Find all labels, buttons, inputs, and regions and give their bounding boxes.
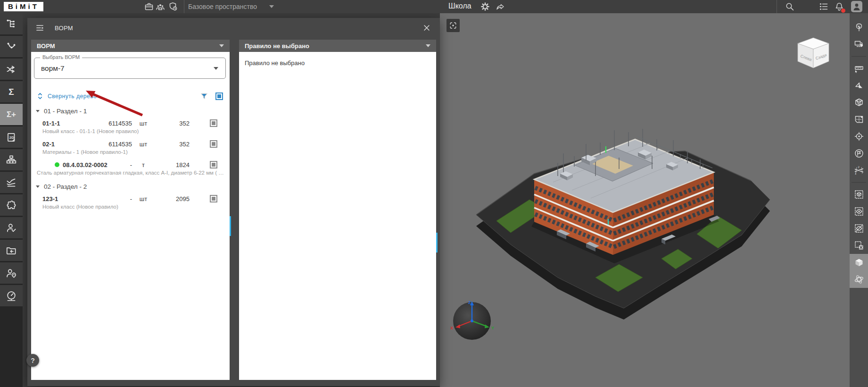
clear-selection-icon[interactable] — [850, 237, 868, 254]
collapse-tree-link[interactable]: Свернуть дерево — [48, 93, 97, 100]
row-subtitle: Новый класс - 01-1-1 (Новое правило) — [31, 127, 230, 134]
panel-resize-handle[interactable] — [230, 216, 231, 236]
workspace-selector[interactable]: Базовое пространство — [188, 0, 274, 13]
gizmo-x-label: X — [450, 326, 453, 330]
vorm-section-header[interactable]: ВОРМ — [31, 40, 230, 52]
vorm-select-label: Выбрать ВОРМ — [40, 54, 82, 60]
gizmo-z-label: Z — [468, 300, 471, 305]
row-subtitle: Материалы - 1 (Новое правило-1) — [31, 148, 230, 155]
vorm-dialog: ВОРМ ВОРМ Выбрать ВОРМ ворм-7 — [27, 18, 440, 386]
tree-caret-icon — [36, 185, 40, 188]
row-unit: т — [132, 161, 155, 168]
projects-briefcase-icon[interactable] — [144, 1, 154, 12]
row-checkbox[interactable] — [210, 161, 217, 168]
row-value: 6114535 — [105, 141, 132, 148]
row-code: 123-1 — [42, 195, 105, 202]
rule-panel-body: Правило не выбрано — [239, 52, 436, 380]
sidebar-item-folder-transfer[interactable] — [0, 240, 23, 261]
sidebar-item-dashboard[interactable] — [0, 285, 23, 306]
orbit-icon[interactable] — [850, 271, 868, 288]
rule-empty-text: Правило не выбрано — [239, 52, 436, 74]
ruler-icon[interactable] — [850, 60, 868, 77]
vorm-select[interactable]: Выбрать ВОРМ ворм-7 — [34, 58, 226, 79]
unfold-icon — [37, 92, 43, 100]
filter-icon[interactable] — [200, 93, 208, 100]
close-icon[interactable] — [421, 22, 432, 34]
sidebar-item-dependencies[interactable] — [0, 36, 23, 57]
sidebar-item-org-chart[interactable] — [0, 149, 23, 170]
notifications-bell-icon[interactable] — [834, 1, 844, 12]
sidebar-item-user-approve[interactable] — [0, 217, 23, 238]
sum-glyph: Σ — [8, 87, 14, 96]
section-box-icon[interactable] — [850, 94, 868, 111]
view-cube[interactable]: Слева Сзади — [792, 34, 835, 74]
row-checkbox[interactable] — [210, 119, 217, 127]
right-tool-rail: 12 — [850, 13, 868, 387]
sidebar-item-sum-plus-active[interactable]: Σ+ — [0, 104, 23, 125]
nature-tree-icon[interactable] — [850, 19, 868, 36]
search-icon[interactable] — [785, 1, 795, 12]
sidebar-item-shuffle[interactable] — [0, 59, 23, 80]
navigation-gizmo[interactable]: Z X Y — [448, 296, 496, 344]
sidebar-item-user-location[interactable] — [0, 262, 23, 284]
team-icon[interactable] — [155, 1, 165, 12]
tree-caret-icon — [36, 110, 40, 112]
sidebar-item-sum[interactable]: Σ — [0, 81, 23, 102]
settings-gear-icon[interactable] — [480, 1, 490, 12]
sidebar-item-plugins[interactable] — [0, 194, 23, 216]
locate-target-icon[interactable] — [850, 128, 868, 145]
row-checkbox[interactable] — [210, 195, 217, 202]
tree-section-header[interactable]: 02 - Раздел - 2 — [31, 183, 230, 190]
chevron-down-icon — [426, 44, 430, 47]
row-count: 352 — [155, 141, 190, 148]
show-eye-icon[interactable] — [850, 203, 868, 220]
tree-section-header[interactable]: 01 - Раздел - 1 — [31, 108, 230, 115]
tree-row[interactable]: 08.4.03.02-0002 - т 1824 — [31, 161, 230, 168]
tree-row[interactable]: 01-1-1 6114535 шт 352 — [31, 119, 230, 127]
vorm-panel-body: Выбрать ВОРМ ворм-7 Свернуть дерево — [31, 52, 230, 380]
help-button[interactable]: ? — [26, 354, 39, 367]
row-value: - — [105, 161, 132, 168]
topbar-divider — [184, 0, 184, 13]
row-value: - — [105, 195, 132, 202]
sidebar-item-trends[interactable] — [0, 172, 23, 193]
vorm-select-value: ворм-7 — [34, 64, 65, 73]
shaded-cube-icon[interactable] — [850, 254, 868, 271]
chevron-down-icon — [214, 67, 218, 70]
app-logo: BiMiT — [4, 2, 43, 11]
row-code: 08.4.03.02-0002 — [42, 161, 105, 168]
floor-plan-icon[interactable] — [850, 111, 868, 128]
workspace-name: Базовое пространство — [188, 3, 257, 10]
row-checkbox[interactable] — [210, 140, 217, 148]
sidebar-item-tree-structure[interactable] — [0, 13, 23, 34]
numbered-grids-icon[interactable]: 12 — [850, 162, 868, 179]
zoom-fit-button[interactable] — [446, 19, 460, 32]
panel-resize-handle[interactable] — [436, 233, 438, 252]
shield-history-icon[interactable] — [168, 1, 178, 12]
isolate-box-icon[interactable] — [850, 186, 868, 203]
viewport-3d-canvas[interactable]: Слева Сзади Z X Y — [440, 13, 850, 387]
vorm-panel: ВОРМ Выбрать ВОРМ ворм-7 Свернуть дерево — [31, 40, 230, 380]
sidebar-item-sheet-2d[interactable]: 2D — [0, 126, 23, 148]
tree-section-label: 02 - Раздел - 2 — [44, 183, 87, 190]
rule-panel: Правило не выбрано Правило не выбрано — [239, 40, 436, 380]
tree-row[interactable]: 02-1 6114535 шт 352 — [31, 140, 230, 148]
select-all-checkbox[interactable] — [215, 93, 223, 100]
dialog-body: ВОРМ Выбрать ВОРМ ворм-7 Свернуть дерево — [27, 38, 440, 386]
tree-toolbar: Свернуть дерево — [37, 92, 223, 100]
select-elements-icon[interactable] — [850, 36, 868, 53]
row-subtitle: Сталь арматурная горячекатаная гладкая, … — [31, 168, 230, 176]
profile-avatar[interactable] — [851, 1, 862, 12]
left-tool-rail: Σ Σ+ 2D — [0, 13, 23, 387]
hide-eye-icon[interactable] — [850, 220, 868, 237]
flag-icon[interactable] — [850, 145, 868, 162]
section-flash-icon[interactable] — [850, 77, 868, 94]
share-icon[interactable] — [495, 1, 505, 12]
menu-list-icon[interactable] — [818, 1, 829, 12]
dialog-menu-icon[interactable] — [35, 23, 45, 33]
tree-row[interactable]: 123-1 - шт 2095 — [31, 195, 230, 202]
row-unit: шт — [132, 195, 155, 202]
row-count: 2095 — [155, 195, 190, 202]
toolbar-separator — [851, 182, 866, 183]
rule-section-header[interactable]: Правило не выбрано — [239, 40, 436, 52]
